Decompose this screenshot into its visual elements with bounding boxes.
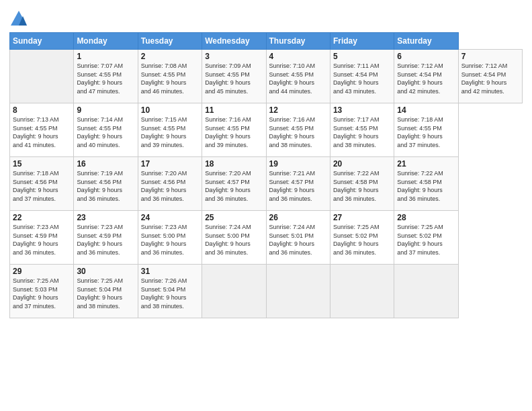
day-number: 16 [77, 159, 134, 169]
calendar-cell: 16Sunrise: 7:19 AM Sunset: 4:56 PM Dayli… [74, 157, 138, 211]
calendar-cell: 1Sunrise: 7:07 AM Sunset: 4:55 PM Daylig… [74, 50, 138, 103]
logo [9, 9, 31, 28]
day-number: 7 [461, 52, 519, 61]
calendar-day-header: Sunday [10, 33, 74, 50]
day-info: Sunrise: 7:21 AM Sunset: 4:57 PM Dayligh… [269, 169, 327, 203]
day-number: 21 [397, 159, 455, 169]
day-info: Sunrise: 7:18 AM Sunset: 4:55 PM Dayligh… [397, 116, 455, 149]
day-info: Sunrise: 7:24 AM Sunset: 5:00 PM Dayligh… [205, 223, 263, 257]
calendar-cell: 3Sunrise: 7:09 AM Sunset: 4:55 PM Daylig… [202, 50, 266, 103]
calendar-cell: 20Sunrise: 7:22 AM Sunset: 4:58 PM Dayli… [330, 157, 394, 211]
calendar-cell: 4Sunrise: 7:10 AM Sunset: 4:55 PM Daylig… [266, 50, 330, 103]
day-info: Sunrise: 7:23 AM Sunset: 5:00 PM Dayligh… [141, 223, 199, 257]
day-number: 27 [333, 213, 391, 222]
header [9, 7, 523, 28]
calendar-cell: 24Sunrise: 7:23 AM Sunset: 5:00 PM Dayli… [138, 211, 202, 265]
day-info: Sunrise: 7:07 AM Sunset: 4:55 PM Dayligh… [77, 62, 134, 95]
day-number: 15 [13, 159, 71, 169]
calendar-table: SundayMondayTuesdayWednesdayThursdayFrid… [9, 32, 523, 318]
calendar-cell: 10Sunrise: 7:15 AM Sunset: 4:55 PM Dayli… [138, 103, 202, 157]
calendar-cell: 17Sunrise: 7:20 AM Sunset: 4:56 PM Dayli… [138, 157, 202, 211]
calendar-cell: 18Sunrise: 7:20 AM Sunset: 4:57 PM Dayli… [202, 157, 266, 211]
day-number: 2 [141, 52, 199, 61]
calendar-cell [266, 265, 330, 318]
day-number: 31 [141, 267, 199, 276]
calendar-cell: 27Sunrise: 7:25 AM Sunset: 5:02 PM Dayli… [330, 211, 394, 265]
day-info: Sunrise: 7:22 AM Sunset: 4:58 PM Dayligh… [397, 169, 455, 203]
calendar-cell: 8Sunrise: 7:13 AM Sunset: 4:55 PM Daylig… [10, 103, 74, 157]
day-info: Sunrise: 7:15 AM Sunset: 4:55 PM Dayligh… [141, 116, 199, 149]
day-number: 28 [397, 213, 455, 222]
calendar-cell: 22Sunrise: 7:23 AM Sunset: 4:59 PM Dayli… [10, 211, 74, 265]
day-info: Sunrise: 7:18 AM Sunset: 4:56 PM Dayligh… [13, 169, 71, 203]
day-info: Sunrise: 7:14 AM Sunset: 4:55 PM Dayligh… [77, 116, 134, 149]
calendar-cell [10, 50, 74, 103]
calendar-cell: 19Sunrise: 7:21 AM Sunset: 4:57 PM Dayli… [266, 157, 330, 211]
day-number: 23 [77, 213, 134, 222]
day-number: 19 [269, 159, 327, 169]
day-number: 6 [397, 52, 455, 61]
day-info: Sunrise: 7:08 AM Sunset: 4:55 PM Dayligh… [141, 62, 199, 95]
calendar-cell: 25Sunrise: 7:24 AM Sunset: 5:00 PM Dayli… [202, 211, 266, 265]
calendar-cell: 15Sunrise: 7:18 AM Sunset: 4:56 PM Dayli… [10, 157, 74, 211]
day-number: 18 [205, 159, 263, 169]
day-info: Sunrise: 7:20 AM Sunset: 4:57 PM Dayligh… [205, 169, 263, 203]
day-number: 24 [141, 213, 199, 222]
calendar-cell: 7Sunrise: 7:12 AM Sunset: 4:54 PM Daylig… [458, 50, 522, 103]
day-number: 9 [77, 105, 134, 115]
day-number: 29 [13, 267, 71, 276]
calendar-week-row: 22Sunrise: 7:23 AM Sunset: 4:59 PM Dayli… [10, 211, 523, 265]
day-number: 26 [269, 213, 327, 222]
day-info: Sunrise: 7:12 AM Sunset: 4:54 PM Dayligh… [461, 62, 519, 95]
calendar-day-header: Monday [74, 33, 138, 50]
calendar-day-header: Friday [330, 33, 394, 50]
day-info: Sunrise: 7:25 AM Sunset: 5:04 PM Dayligh… [77, 277, 134, 310]
calendar-cell: 2Sunrise: 7:08 AM Sunset: 4:55 PM Daylig… [138, 50, 202, 103]
calendar-header-row: SundayMondayTuesdayWednesdayThursdayFrid… [10, 33, 523, 50]
day-info: Sunrise: 7:19 AM Sunset: 4:56 PM Dayligh… [77, 169, 134, 203]
calendar-week-row: 15Sunrise: 7:18 AM Sunset: 4:56 PM Dayli… [10, 157, 523, 211]
calendar-cell: 29Sunrise: 7:25 AM Sunset: 5:03 PM Dayli… [10, 265, 74, 318]
day-info: Sunrise: 7:23 AM Sunset: 4:59 PM Dayligh… [13, 223, 71, 257]
calendar-cell: 5Sunrise: 7:11 AM Sunset: 4:54 PM Daylig… [330, 50, 394, 103]
day-info: Sunrise: 7:12 AM Sunset: 4:54 PM Dayligh… [397, 62, 455, 95]
calendar-cell [394, 265, 458, 318]
day-number: 17 [141, 159, 199, 169]
day-number: 30 [77, 267, 134, 276]
calendar-cell: 13Sunrise: 7:17 AM Sunset: 4:55 PM Dayli… [330, 103, 394, 157]
day-info: Sunrise: 7:16 AM Sunset: 4:55 PM Dayligh… [205, 116, 263, 149]
day-info: Sunrise: 7:25 AM Sunset: 5:03 PM Dayligh… [13, 277, 71, 310]
calendar-cell: 30Sunrise: 7:25 AM Sunset: 5:04 PM Dayli… [74, 265, 138, 318]
day-number: 13 [333, 105, 391, 115]
day-number: 11 [205, 105, 263, 115]
calendar-day-header: Thursday [266, 33, 330, 50]
calendar-week-row: 1Sunrise: 7:07 AM Sunset: 4:55 PM Daylig… [10, 50, 523, 103]
calendar-cell: 21Sunrise: 7:22 AM Sunset: 4:58 PM Dayli… [394, 157, 458, 211]
calendar-cell: 23Sunrise: 7:23 AM Sunset: 4:59 PM Dayli… [74, 211, 138, 265]
day-info: Sunrise: 7:13 AM Sunset: 4:55 PM Dayligh… [13, 116, 71, 149]
day-info: Sunrise: 7:17 AM Sunset: 4:55 PM Dayligh… [333, 116, 391, 149]
calendar-day-header: Tuesday [138, 33, 202, 50]
day-number: 4 [269, 52, 327, 61]
day-info: Sunrise: 7:23 AM Sunset: 4:59 PM Dayligh… [77, 223, 134, 257]
calendar-week-row: 29Sunrise: 7:25 AM Sunset: 5:03 PM Dayli… [10, 265, 523, 318]
day-info: Sunrise: 7:11 AM Sunset: 4:54 PM Dayligh… [333, 62, 391, 95]
day-info: Sunrise: 7:20 AM Sunset: 4:56 PM Dayligh… [141, 169, 199, 203]
day-number: 8 [13, 105, 71, 115]
day-info: Sunrise: 7:26 AM Sunset: 5:04 PM Dayligh… [141, 277, 199, 310]
day-number: 25 [205, 213, 263, 222]
calendar-cell: 6Sunrise: 7:12 AM Sunset: 4:54 PM Daylig… [394, 50, 458, 103]
calendar-week-row: 8Sunrise: 7:13 AM Sunset: 4:55 PM Daylig… [10, 103, 523, 157]
calendar-cell [330, 265, 394, 318]
day-info: Sunrise: 7:16 AM Sunset: 4:55 PM Dayligh… [269, 116, 327, 149]
calendar-cell: 9Sunrise: 7:14 AM Sunset: 4:55 PM Daylig… [74, 103, 138, 157]
day-number: 20 [333, 159, 391, 169]
calendar-day-header: Wednesday [202, 33, 266, 50]
day-number: 12 [269, 105, 327, 115]
day-info: Sunrise: 7:22 AM Sunset: 4:58 PM Dayligh… [333, 169, 391, 203]
page-container: SundayMondayTuesdayWednesdayThursdayFrid… [0, 0, 532, 325]
calendar-day-header: Saturday [394, 33, 458, 50]
day-number: 22 [13, 213, 71, 222]
calendar-cell: 11Sunrise: 7:16 AM Sunset: 4:55 PM Dayli… [202, 103, 266, 157]
calendar-cell: 26Sunrise: 7:24 AM Sunset: 5:01 PM Dayli… [266, 211, 330, 265]
